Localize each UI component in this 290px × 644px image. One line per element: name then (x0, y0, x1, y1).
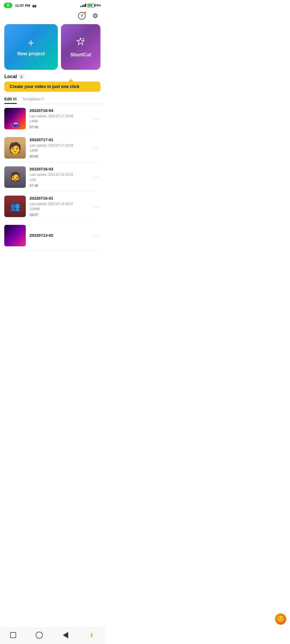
project-info: 20220716-03 Last update: 2022.07.16 22:3… (30, 167, 89, 188)
status-left: 🎙 11:07 PM 📷 (4, 3, 37, 8)
gear-icon: ⚙ (92, 12, 98, 20)
list-item[interactable]: 20220713-02 ··· (4, 221, 100, 250)
battery (88, 4, 95, 7)
project-name: 20220717-01 (30, 137, 89, 142)
more-options-button[interactable]: ··· (93, 173, 100, 182)
project-name: 20220716-01 (30, 196, 89, 200)
project-meta: Last update: 2022.07.16 00:07220MB (30, 202, 89, 212)
project-info: 20220716-01 Last update: 2022.07.16 00:0… (30, 196, 89, 217)
project-list: 🚗 20220716-04 Last update: 2022.07.17 23… (0, 104, 105, 250)
tab-templates-label: Templates (22, 97, 41, 101)
signal-bar-3 (84, 5, 85, 7)
svg-point-0 (83, 38, 84, 39)
project-meta: Last update: 2022.07.17 22:5813MB (30, 143, 89, 153)
project-info: 20220713-02 (30, 233, 89, 239)
project-info: 20220717-01 Last update: 2022.07.17 22:5… (30, 137, 89, 158)
project-meta: Last update: 2022.07.17 23:0314MB (30, 114, 89, 124)
help-button[interactable]: ? (77, 11, 87, 21)
project-duration: 07:45 (30, 125, 89, 129)
tooltip-banner-text: Create your video in just one click (10, 84, 79, 89)
status-bar: 🎙 11:07 PM 📷 79% (0, 0, 105, 10)
list-item[interactable]: 👥 20220716-01 Last update: 2022.07.16 00… (4, 192, 100, 221)
new-project-card[interactable]: + New project (4, 24, 58, 70)
project-duration: 09:07 (30, 213, 89, 217)
header-toolbar: ? ⚙ (0, 10, 105, 24)
project-thumbnail: 🧑 (4, 137, 26, 159)
notification-dot (84, 12, 86, 14)
tab-edit-count: 21 (13, 97, 17, 101)
project-thumbnail: 🚗 (4, 108, 26, 129)
project-name: 20220716-04 (30, 108, 89, 113)
project-thumbnail: 🧔 (4, 166, 26, 188)
list-item[interactable]: 🚗 20220716-04 Last update: 2022.07.17 23… (4, 104, 100, 133)
more-options-button[interactable]: ··· (93, 202, 100, 211)
project-duration: 00:06 (30, 154, 89, 158)
plus-icon: + (28, 38, 34, 48)
shortcut-label: ShortCut (70, 52, 91, 58)
list-item[interactable]: 🧔 20220716-03 Last update: 2022.07.16 22… (4, 163, 100, 192)
more-options-button[interactable]: ··· (93, 144, 100, 152)
camera-icon: 📷 (32, 3, 37, 8)
main-cards: + New project ShortCut (0, 24, 105, 70)
chevron-up-icon: ▲ (20, 75, 23, 78)
settings-button[interactable]: ⚙ (90, 11, 100, 21)
new-project-label: New project (17, 51, 45, 57)
signal-bar-1 (80, 6, 81, 7)
signal-bar-2 (82, 5, 83, 7)
project-meta: Last update: 2022.07.16 22:321GB (30, 172, 89, 182)
battery-fill (88, 4, 92, 6)
local-left: Local ▲ (4, 74, 24, 79)
project-info: 20220716-04 Last update: 2022.07.17 23:0… (30, 108, 89, 129)
local-row: Local ▲ (0, 70, 105, 82)
tab-edit-label: Edit (4, 97, 12, 101)
project-thumbnail: 👥 (4, 196, 26, 217)
more-options-button[interactable]: ··· (93, 114, 100, 123)
signal-bar-4 (85, 4, 86, 7)
tab-templates[interactable]: Templates 0 (22, 96, 44, 104)
battery-container: 79% (88, 4, 101, 7)
signal-bars (80, 4, 86, 7)
mic-pill: 🎙 (4, 3, 12, 8)
tab-templates-count: 0 (42, 97, 44, 101)
status-right: 79% (80, 4, 101, 7)
local-label: Local (4, 74, 17, 79)
project-name: 20220713-02 (30, 233, 89, 237)
tab-edit[interactable]: Edit 21 (4, 96, 17, 104)
status-time: 11:07 PM (15, 3, 30, 8)
project-thumbnail (4, 225, 26, 246)
more-options-button[interactable]: ··· (93, 231, 100, 240)
star-icon (75, 36, 86, 49)
project-duration: 07:36 (30, 184, 89, 188)
tooltip-banner[interactable]: Create your video in just one click (4, 82, 100, 92)
battery-pct: 79% (95, 4, 101, 7)
tabs-row: Edit 21 Templates 0 (0, 93, 105, 104)
local-chevron-button[interactable]: ▲ (19, 74, 24, 79)
list-item[interactable]: 🧑 20220717-01 Last update: 2022.07.17 22… (4, 133, 100, 163)
shortcut-card[interactable]: ShortCut (61, 24, 100, 70)
project-name: 20220716-03 (30, 167, 89, 171)
mic-icon: 🎙 (6, 3, 10, 7)
